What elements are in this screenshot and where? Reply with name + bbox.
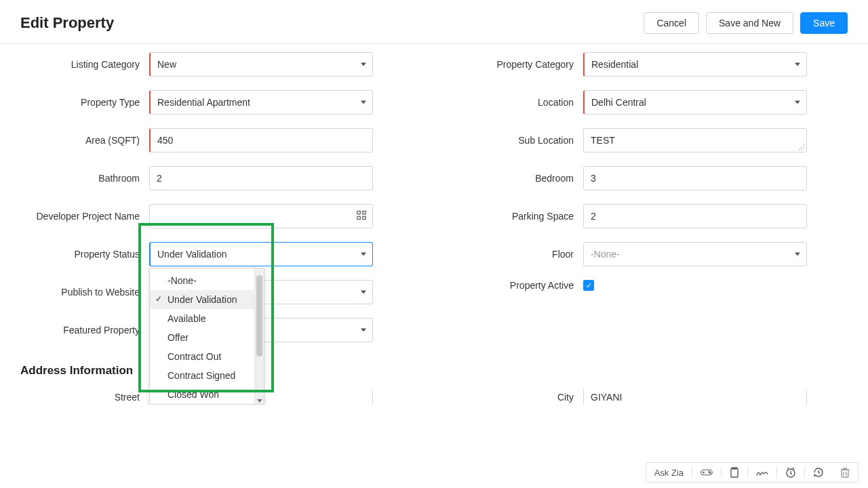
property-active-label: Property Active — [454, 280, 583, 291]
chevron-down-icon — [795, 253, 800, 256]
chevron-down-icon — [361, 291, 366, 294]
property-status-label: Property Status — [20, 249, 149, 260]
scrollbar[interactable] — [254, 268, 264, 404]
property-type-value: Residential Apartment — [157, 97, 250, 108]
featured-property-label: Featured Property — [20, 325, 149, 336]
listing-category-value: New — [157, 59, 176, 70]
property-status-value: Under Validation — [157, 249, 226, 260]
sub-location-value: TEST — [591, 135, 615, 146]
property-status-option[interactable]: Available — [150, 309, 254, 328]
floor-select[interactable]: -None- — [583, 242, 807, 266]
property-category-value: Residential — [591, 59, 638, 70]
chevron-down-icon[interactable] — [257, 399, 262, 403]
property-type-label: Property Type — [20, 97, 149, 108]
property-active-checkbox[interactable]: ✓ — [583, 280, 594, 291]
property-status-option[interactable]: -None- — [150, 271, 254, 290]
area-label: Area (SQFT) — [20, 135, 149, 146]
chevron-down-icon — [361, 101, 366, 104]
address-info-section-title: Address Information — [0, 356, 868, 383]
developer-project-label: Developer Project Name — [20, 211, 149, 222]
scrollbar-thumb[interactable] — [256, 275, 262, 357]
lookup-icon[interactable] — [357, 211, 366, 222]
area-value: 450 — [157, 135, 173, 146]
property-category-select[interactable]: Residential — [583, 52, 807, 77]
svg-rect-1 — [363, 211, 366, 214]
svg-rect-3 — [363, 216, 366, 219]
floor-value: -None- — [591, 249, 620, 260]
listing-category-select[interactable]: New — [149, 52, 373, 77]
chevron-down-icon — [361, 329, 366, 332]
parking-space-value: 2 — [591, 211, 596, 222]
property-status-option[interactable]: Offer — [150, 328, 254, 347]
save-and-new-button[interactable]: Save and New — [706, 12, 793, 34]
publish-to-website-label: Publish to Website — [20, 287, 149, 298]
bedroom-value: 3 — [591, 173, 596, 184]
chevron-down-icon — [361, 253, 366, 256]
city-input[interactable]: GIYANI — [583, 390, 807, 405]
property-status-select[interactable]: Under Validation — [149, 242, 373, 266]
sub-location-input[interactable]: TEST — [583, 128, 807, 152]
location-label: Location — [454, 97, 583, 108]
chevron-down-icon — [795, 63, 800, 66]
header-actions: Cancel Save and New Save — [644, 12, 848, 34]
bathroom-label: Bathroom — [20, 173, 149, 184]
street-label: Street — [20, 392, 149, 403]
bathroom-input[interactable]: 2 — [149, 166, 373, 190]
location-select[interactable]: Delhi Central — [583, 90, 807, 115]
chevron-down-icon — [795, 101, 800, 104]
property-status-option[interactable]: Closed Won — [150, 385, 254, 404]
svg-rect-0 — [357, 211, 360, 214]
parking-space-input[interactable]: 2 — [583, 204, 807, 228]
city-value: GIYANI — [591, 392, 622, 403]
developer-project-input[interactable] — [149, 204, 373, 228]
cancel-button[interactable]: Cancel — [644, 12, 699, 34]
parking-space-label: Parking Space — [454, 211, 583, 222]
property-category-label: Property Category — [454, 59, 583, 70]
property-type-select[interactable]: Residential Apartment — [149, 90, 373, 115]
page-title: Edit Property — [20, 14, 114, 32]
property-status-option[interactable]: Under Validation — [150, 290, 254, 309]
city-label: City — [454, 392, 583, 403]
area-input[interactable]: 450 — [149, 128, 373, 152]
sub-location-label: Sub Location — [454, 135, 583, 146]
resize-handle[interactable] — [798, 144, 805, 150]
property-status-option[interactable]: Contract Signed — [150, 366, 254, 385]
property-status-option[interactable]: Contract Out — [150, 347, 254, 366]
bedroom-input[interactable]: 3 — [583, 166, 807, 190]
location-value: Delhi Central — [591, 97, 646, 108]
listing-category-label: Listing Category — [20, 59, 149, 70]
bathroom-value: 2 — [157, 173, 162, 184]
chevron-down-icon — [361, 63, 366, 66]
svg-rect-2 — [357, 216, 360, 219]
property-status-dropdown: -None-Under ValidationAvailableOfferCont… — [149, 268, 264, 405]
floor-label: Floor — [454, 249, 583, 260]
save-button[interactable]: Save — [800, 12, 848, 34]
bedroom-label: Bedroom — [454, 173, 583, 184]
